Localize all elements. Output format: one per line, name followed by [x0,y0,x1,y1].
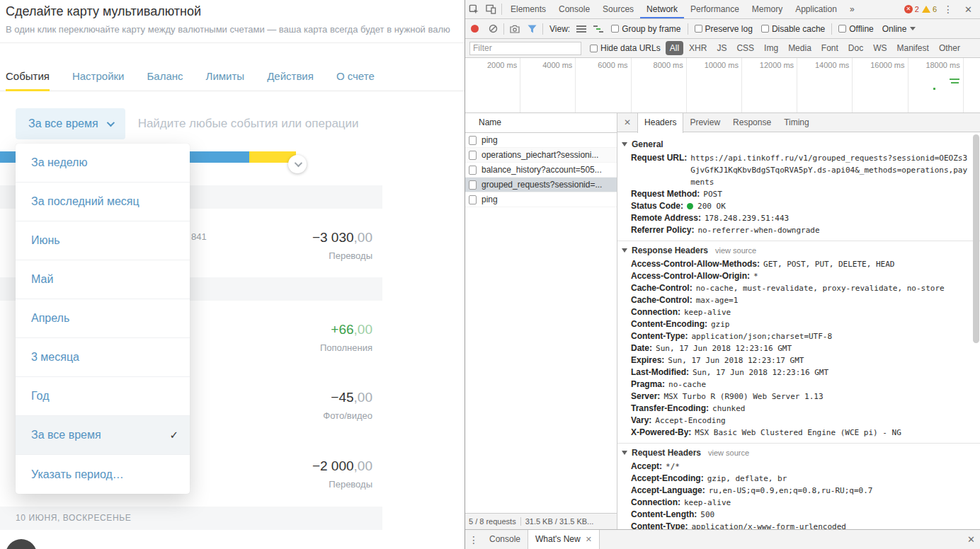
avatar[interactable] [6,539,37,549]
disable-cache-checkbox[interactable]: Disable cache [761,24,825,34]
resource-type-pill[interactable]: Media [784,41,816,55]
events-search-input[interactable] [125,117,449,131]
request-rows: ping operations_piechart?sessioni... bal… [465,133,617,207]
device-toolbar-icon[interactable] [482,0,499,18]
drawer-tab-whats-new[interactable]: What's New ✕ [528,530,600,549]
error-count-badge[interactable]: ✕ 2 [904,5,919,13]
view-overview-icon[interactable] [590,20,607,38]
hide-data-urls-checkbox[interactable]: Hide data URLs [590,43,661,53]
group-by-frame-checkbox[interactable]: Group by frame [611,24,680,34]
resource-type-pill[interactable]: XHR [685,41,711,55]
response-headers-section-header[interactable]: Response Headers view source [622,245,970,255]
period-dropdown-item[interactable]: Июнь [16,221,190,260]
collapse-bar-button[interactable] [288,155,307,173]
drawer-tab-console[interactable]: Console [482,530,528,549]
request-row[interactable]: balance_history?account=505... [465,163,617,178]
period-dropdown-item[interactable]: За неделю [16,144,190,183]
filter-funnel-icon[interactable] [523,20,540,38]
detail-tab[interactable]: Response [727,113,777,132]
account-tab[interactable]: О счете [336,65,375,91]
summary-separator [520,517,521,526]
request-headers-section-header[interactable]: Request Headers view source [622,448,970,458]
devtools-tab[interactable]: Sources [596,1,640,18]
period-dropdown-item-label: Июнь [31,234,60,247]
devtools-tab[interactable]: Console [552,1,596,18]
period-dropdown-item[interactable]: За все время ✓ [16,416,190,455]
throttling-select[interactable]: Online [882,24,916,34]
close-tab-icon[interactable]: ✕ [586,530,592,549]
detail-tab[interactable]: Headers [637,113,683,133]
screenshot-capture-icon[interactable] [506,20,523,38]
header-name: Connection: [631,497,680,509]
account-tab[interactable]: Действия [267,65,314,91]
account-tab[interactable]: Баланс [147,65,183,91]
detail-tab[interactable]: Preview [683,113,727,132]
transaction-category: Фото/видео [323,410,372,421]
drawer-menu-icon[interactable]: ⋮ [465,534,482,545]
period-dropdown-item[interactable]: Апрель [16,299,190,338]
account-tab[interactable]: Лимиты [206,65,245,91]
request-row[interactable]: ping [465,133,617,148]
devtools-tab[interactable]: Application [789,1,843,18]
devtools-tab[interactable]: Performance [684,1,746,18]
detail-tab[interactable]: Timing [777,113,816,132]
clear-icon[interactable] [484,20,501,38]
period-filter-button[interactable]: За все время [16,108,125,139]
offline-checkbox[interactable]: Offline [838,24,873,34]
period-dropdown-item[interactable]: Указать период… [16,455,190,494]
more-tabs-button[interactable]: » [843,1,861,18]
request-row[interactable]: ping [465,192,617,207]
timeline-label: 6000 ms [576,58,631,112]
resource-type-pill[interactable]: Manifest [893,41,933,55]
request-row[interactable]: operations_piechart?sessioni... [465,148,617,163]
resource-type-pill[interactable]: JS [712,41,731,55]
header-value: Sun, 17 Jun 2018 12:23:16 GMT [656,342,792,354]
inspect-element-icon[interactable] [465,0,482,18]
preserve-log-checkbox[interactable]: Preserve log [695,24,753,34]
transaction-row[interactable]: −2 000,00 Переводы [312,458,372,490]
resource-type-pill[interactable]: Other [935,41,964,55]
resource-type-pill[interactable]: WS [869,41,891,55]
period-dropdown-item[interactable]: Год [16,377,190,416]
header-value: no-cache [668,378,706,391]
devtools-tab[interactable]: Network [640,1,684,18]
network-overview-timeline[interactable]: 2000 ms4000 ms6000 ms8000 ms10000 ms1200… [465,58,980,113]
warning-icon [922,6,930,13]
drawer-close-icon[interactable]: ✕ [962,534,980,545]
name-column-header[interactable]: Name [465,113,617,133]
bank-page: Сделайте карту мультивалютной В один кли… [0,0,465,549]
transaction-row[interactable]: −3 030,00 Переводы [312,230,372,261]
resource-type-pill[interactable]: Doc [844,41,867,55]
view-list-icon[interactable] [573,20,590,38]
scrollbar-thumb[interactable] [973,134,979,343]
view-source-link[interactable]: view source [715,246,756,255]
devtools-tab[interactable]: Memory [746,1,789,18]
header-value: Accept-Encoding [655,415,725,427]
network-filter-input[interactable] [469,42,581,55]
warning-count-badge[interactable]: 6 [922,5,937,13]
header-line: Cache-Control: max-age=1 [622,294,970,306]
period-dropdown-item[interactable]: 3 месяца [16,338,190,377]
general-section-header[interactable]: General [622,139,970,149]
timeline-activity-mark [933,88,935,90]
transaction-row[interactable]: −45,00 Фото/видео [323,390,372,421]
request-row[interactable]: grouped_requests?sessionid=... [465,178,617,192]
account-tab[interactable]: События [6,65,50,91]
record-button[interactable] [471,25,479,33]
transaction-row[interactable]: +66,00 Пополнения [320,322,372,353]
timeline-label: 10000 ms [687,58,742,112]
devtools-tab[interactable]: Elements [504,1,552,18]
devtools-close-icon[interactable]: ✕ [959,4,977,15]
resource-type-pill[interactable]: CSS [732,41,758,55]
view-source-link[interactable]: view source [708,449,749,457]
devtools-menu-icon[interactable]: ⋮ [940,4,957,15]
period-dropdown-item[interactable]: Май [16,260,190,299]
resource-type-pill[interactable]: All [666,41,683,55]
resource-type-pill[interactable]: Font [817,41,843,55]
header-line: Accept-Encoding: gzip, deflate, br [622,473,970,485]
resource-type-pill[interactable]: Img [760,41,782,55]
close-detail-icon[interactable]: ✕ [617,117,637,127]
account-tab[interactable]: Настройки [72,65,125,91]
response-header-items: Access-Control-Allow-Methods: GET, POST,… [622,258,970,439]
period-dropdown-item[interactable]: За последний месяц [16,183,190,221]
